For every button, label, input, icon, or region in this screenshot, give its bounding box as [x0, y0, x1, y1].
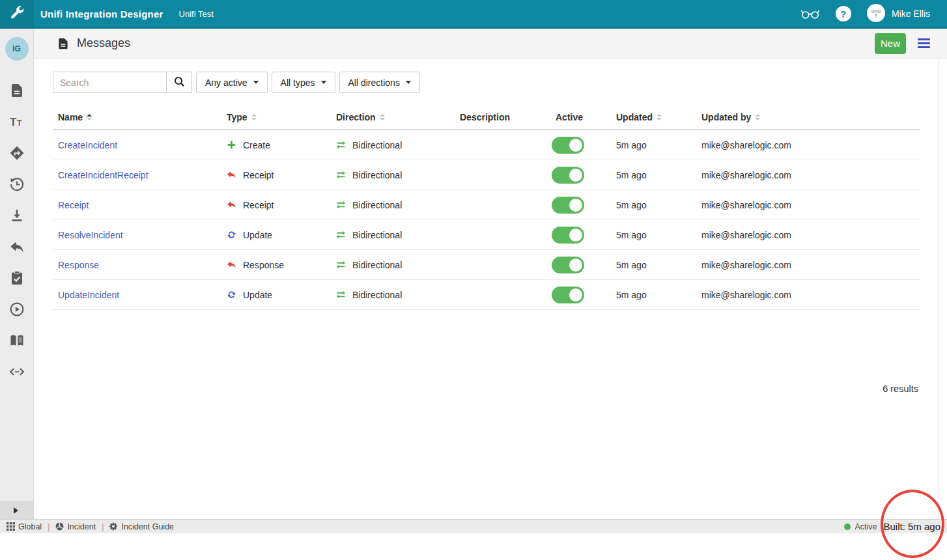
- messages-table: NameTypeDirectionDescriptionActiveUpdate…: [53, 105, 920, 394]
- updated-cell: 5m ago: [616, 170, 701, 180]
- app-logo[interactable]: [0, 0, 34, 28]
- messages-document-icon[interactable]: [9, 83, 25, 98]
- bidirectional-arrows-icon: [336, 230, 346, 240]
- documentation-book-icon[interactable]: [9, 333, 25, 348]
- direction-filter-dropdown[interactable]: All directions: [339, 72, 420, 93]
- active-toggle[interactable]: [552, 197, 584, 214]
- direction-label: Bidirectional: [352, 170, 402, 180]
- column-header-active: Active: [556, 112, 616, 122]
- sort-arrows-icon: [657, 114, 662, 120]
- active-toggle[interactable]: [552, 167, 584, 184]
- column-header-name[interactable]: Name: [58, 112, 227, 122]
- statusbar-item-incident-guide[interactable]: Incident Guide: [109, 522, 174, 531]
- column-header-direction[interactable]: Direction: [336, 112, 460, 122]
- incident-wheel-icon: [55, 522, 64, 531]
- statusbar-item-incident[interactable]: Incident: [55, 522, 96, 531]
- message-name-link[interactable]: CreateIncident: [58, 140, 117, 150]
- active-toggle[interactable]: [552, 227, 584, 244]
- api-code-icon[interactable]: [9, 364, 25, 380]
- table-row: UpdateIncidentUpdateBidirectional5m agom…: [53, 280, 920, 310]
- workspace-name[interactable]: Unifi Test: [179, 9, 214, 19]
- sidebar-expand-button[interactable]: [0, 501, 34, 519]
- messages-document-icon: [57, 37, 70, 50]
- text-fields-icon[interactable]: TT: [9, 114, 25, 130]
- help-icon[interactable]: ?: [836, 6, 851, 21]
- type-label: Update: [243, 290, 272, 300]
- history-icon[interactable]: [9, 176, 25, 192]
- import-download-icon[interactable]: [9, 208, 25, 223]
- sort-arrows-icon: [755, 114, 760, 120]
- type-filter-dropdown[interactable]: All types: [272, 72, 335, 93]
- direction-label: Bidirectional: [352, 200, 402, 210]
- updated-by-cell: mike@sharelogic.com: [701, 290, 920, 300]
- bidirectional-arrows-icon: [336, 290, 346, 300]
- separator: |: [102, 522, 104, 531]
- response-reply-icon: [227, 260, 236, 270]
- column-header-updated[interactable]: Updated: [616, 112, 701, 122]
- new-button[interactable]: New: [875, 33, 906, 54]
- preview-glasses-icon[interactable]: [800, 8, 820, 20]
- bidirectional-arrows-icon: [336, 140, 346, 150]
- active-toggle[interactable]: [552, 137, 584, 154]
- active-status-dot: [844, 524, 851, 530]
- table-row: ResolveIncidentUpdateBidirectional5m ago…: [53, 220, 920, 250]
- message-name-link[interactable]: Response: [58, 260, 99, 270]
- svg-text:T: T: [10, 116, 17, 128]
- bidirectional-arrows-icon: [336, 260, 346, 270]
- column-header-type[interactable]: Type: [227, 112, 336, 122]
- receipt-reply-icon: [227, 200, 236, 210]
- updated-by-cell: mike@sharelogic.com: [701, 170, 920, 180]
- active-filter-label: Any active: [205, 77, 247, 88]
- table-row: CreateIncidentReceiptReceiptBidirectiona…: [53, 160, 920, 190]
- table-row: CreateIncidentCreateBidirectional5m agom…: [53, 130, 920, 160]
- bidirectional-arrows-icon: [336, 170, 346, 180]
- updated-cell: 5m ago: [616, 230, 701, 240]
- active-filter-dropdown[interactable]: Any active: [196, 72, 268, 93]
- table-header-row: NameTypeDirectionDescriptionActiveUpdate…: [53, 105, 920, 130]
- search-input[interactable]: [53, 72, 167, 93]
- chevron-down-icon: [406, 81, 411, 84]
- chevron-down-icon: [321, 81, 326, 84]
- chevron-right-icon: [14, 507, 18, 514]
- message-name-link[interactable]: ResolveIncident: [58, 230, 123, 240]
- type-label: Receipt: [243, 200, 274, 210]
- message-name-link[interactable]: Receipt: [58, 200, 89, 210]
- bidirectional-arrows-icon: [336, 200, 346, 210]
- direction-label: Bidirectional: [352, 290, 402, 300]
- sidebar: IG TT: [0, 29, 34, 519]
- run-play-icon[interactable]: [9, 301, 25, 317]
- updated-by-cell: mike@sharelogic.com: [701, 230, 920, 240]
- user-menu[interactable]: Mike Ellis: [867, 4, 930, 24]
- update-refresh-icon: [227, 290, 236, 300]
- integration-avatar[interactable]: IG: [5, 37, 29, 61]
- receipts-reply-icon[interactable]: [9, 239, 25, 255]
- column-header-updated-by[interactable]: Updated by: [701, 112, 920, 122]
- top-bar: Unifi Integration Designer Unifi Test ? …: [0, 0, 947, 29]
- column-header-description: Description: [460, 112, 556, 122]
- settings-gear-icon: [109, 522, 118, 531]
- message-name-link[interactable]: UpdateIncident: [58, 290, 119, 300]
- updated-cell: 5m ago: [616, 260, 701, 270]
- search-icon: [174, 76, 185, 89]
- separator: |: [48, 522, 49, 531]
- active-toggle[interactable]: [552, 257, 584, 273]
- active-toggle[interactable]: [552, 287, 584, 303]
- updated-by-cell: mike@sharelogic.com: [701, 140, 920, 150]
- page-title: Messages: [77, 36, 130, 50]
- results-count: 6 results: [53, 384, 920, 394]
- message-name-link[interactable]: CreateIncidentReceipt: [58, 170, 148, 180]
- tasks-clipboard-icon[interactable]: [9, 270, 25, 286]
- transform-directions-icon[interactable]: [9, 145, 25, 161]
- sort-arrows-icon: [380, 114, 385, 120]
- menu-hamburger-icon[interactable]: [918, 38, 930, 48]
- built-status-label: Built: 5m ago: [883, 521, 940, 532]
- chevron-down-icon: [253, 81, 259, 84]
- type-label: Update: [243, 230, 272, 240]
- apps-grid-icon: [7, 522, 15, 531]
- updated-by-cell: mike@sharelogic.com: [701, 260, 920, 270]
- user-name: Mike Ellis: [892, 8, 930, 19]
- search-button[interactable]: [166, 72, 192, 93]
- status-bar: Global|Incident|Incident Guide Active Bu…: [0, 519, 947, 533]
- statusbar-item-global[interactable]: Global: [7, 522, 42, 531]
- svg-text:T: T: [17, 119, 22, 128]
